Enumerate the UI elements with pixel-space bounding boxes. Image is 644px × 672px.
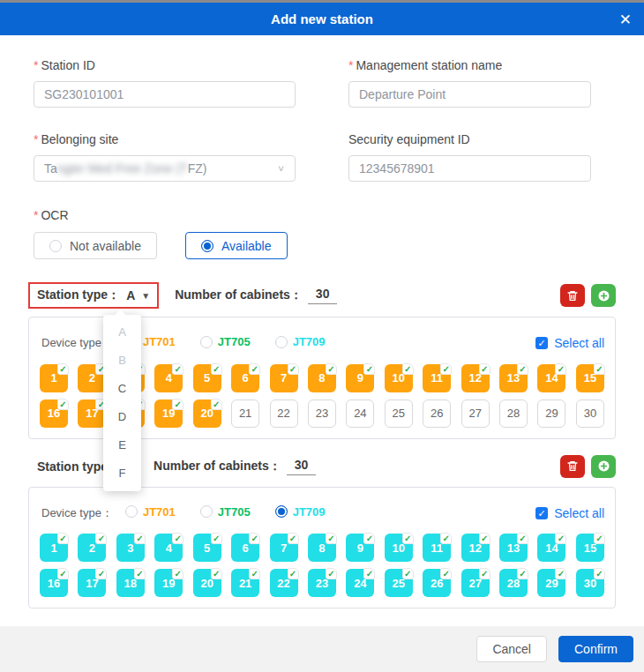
dropdown-option[interactable]: E — [103, 431, 141, 459]
cabinet-button[interactable]: 19✓ — [154, 569, 183, 597]
cabinet-button[interactable]: 4✓ — [154, 364, 183, 392]
cabinet-button[interactable]: 27 — [461, 399, 490, 428]
confirm-button[interactable]: Confirm — [558, 636, 633, 662]
cabinet-button[interactable]: 17✓ — [78, 569, 106, 597]
cabinet-button[interactable]: 25 — [385, 399, 413, 428]
cabinet-button[interactable]: 6✓ — [231, 364, 259, 392]
cabinet-button[interactable]: 15✓ — [576, 364, 604, 392]
cabinet-button[interactable]: 29✓ — [537, 569, 565, 597]
cabinet-button[interactable]: 4✓ — [154, 534, 183, 562]
cabinet-button[interactable]: 10✓ — [385, 534, 413, 562]
cabinet-button[interactable]: 23 — [308, 399, 336, 428]
cabinet-button[interactable]: 28 — [499, 399, 528, 428]
cabinet-button[interactable]: 5✓ — [193, 534, 221, 562]
cabinet-button[interactable]: 1✓ — [40, 534, 68, 562]
cabinet-button[interactable]: 21 — [231, 399, 259, 428]
cabinet-button[interactable]: 8✓ — [308, 364, 336, 392]
dropdown-option[interactable]: F — [103, 459, 141, 488]
dropdown-option[interactable]: D — [103, 403, 141, 431]
cabinet-button[interactable]: 14✓ — [537, 534, 565, 562]
station-type-dropdown-trigger[interactable]: Station type：A▼ — [28, 282, 159, 309]
cabinet-button[interactable]: 28✓ — [499, 569, 528, 597]
form-fields: *Station ID SG230101001 *Management stat… — [34, 58, 610, 206]
cabinet-button[interactable]: 11✓ — [423, 534, 451, 562]
cabinet-button[interactable]: 1✓ — [40, 364, 68, 392]
select-all-checkbox[interactable]: ✓ Select all — [535, 336, 604, 350]
cabinet-button[interactable]: 3✓ — [116, 534, 145, 562]
cabinet-button[interactable]: 30✓ — [576, 569, 604, 597]
management-station-name-input[interactable]: Departure Point — [348, 81, 591, 108]
station-id-input[interactable]: SG230101001 — [34, 81, 296, 108]
radio-icon — [200, 336, 213, 348]
cabinet-button[interactable]: 13✓ — [499, 364, 528, 392]
device-type-option-label: JT705 — [218, 335, 251, 348]
cabinet-button[interactable]: 22 — [270, 399, 298, 428]
add-section-button[interactable] — [591, 284, 616, 307]
device-type-option[interactable]: JT709 — [275, 505, 326, 519]
cabinet-button[interactable]: 6✓ — [231, 534, 259, 562]
dropdown-option[interactable]: A — [103, 318, 141, 347]
selected-check-badge: ✓ — [95, 533, 107, 544]
device-type-option[interactable]: JT709 — [275, 335, 326, 348]
cabinet-button[interactable]: 14✓ — [537, 364, 565, 392]
cabinet-button[interactable]: 16✓ — [40, 399, 68, 428]
cabinet-button[interactable]: 13✓ — [499, 534, 528, 562]
cabinet-button[interactable]: 23✓ — [308, 569, 336, 597]
cabinet-button[interactable]: 18✓ — [116, 569, 145, 597]
ocr-option[interactable]: Not available — [34, 232, 157, 259]
cabinet-button[interactable]: 24✓ — [346, 569, 374, 597]
selected-check-badge: ✓ — [517, 533, 528, 544]
cabinet-button[interactable]: 29 — [537, 399, 565, 428]
cabinet-button[interactable]: 9✓ — [346, 534, 374, 562]
dropdown-option[interactable]: B — [103, 347, 141, 375]
cabinet-button[interactable]: 7✓ — [270, 534, 298, 562]
select-all-checkbox[interactable]: ✓ Select all — [535, 506, 604, 520]
selected-check-badge: ✓ — [326, 568, 337, 579]
cabinet-button[interactable]: 21✓ — [231, 569, 259, 597]
cabinet-button[interactable]: 2✓ — [78, 364, 106, 392]
device-type-option[interactable]: JT701 — [125, 505, 176, 519]
cabinet-button[interactable]: 26✓ — [423, 569, 451, 597]
cabinet-button[interactable]: 20✓ — [193, 569, 221, 597]
cabinet-button[interactable]: 25✓ — [385, 569, 413, 597]
cabinet-count-value[interactable]: 30 — [287, 458, 317, 475]
cabinet-button[interactable]: 27✓ — [461, 569, 490, 597]
cabinet-button[interactable]: 12✓ — [461, 534, 490, 562]
dropdown-option[interactable]: C — [103, 375, 141, 403]
cabinet-button[interactable]: 22✓ — [270, 569, 298, 597]
selected-check-badge: ✓ — [134, 568, 146, 579]
cabinet-button[interactable]: 26 — [423, 399, 451, 428]
cabinet-button[interactable]: 8✓ — [308, 534, 336, 562]
cancel-button[interactable]: Cancel — [476, 636, 547, 662]
cabinet-button[interactable]: 2✓ — [78, 534, 106, 562]
cabinet-button[interactable]: 9✓ — [346, 364, 374, 392]
cabinet-button[interactable]: 20✓ — [193, 399, 221, 428]
cabinet-button[interactable]: 30 — [576, 399, 604, 428]
device-type-option[interactable]: JT705 — [200, 505, 251, 519]
cabinet-button[interactable]: 12✓ — [461, 364, 490, 392]
delete-section-button[interactable] — [560, 455, 585, 478]
close-icon[interactable]: ✕ — [619, 11, 632, 26]
cabinet-count-value[interactable]: 30 — [308, 287, 338, 304]
cabinet-button[interactable]: 5✓ — [193, 364, 221, 392]
device-type-option[interactable]: JT705 — [200, 335, 251, 348]
select-all-label: Select all — [554, 506, 604, 520]
delete-section-button[interactable] — [560, 284, 585, 307]
ocr-option[interactable]: Available — [185, 232, 288, 259]
cabinet-button[interactable]: 7✓ — [270, 364, 298, 392]
cabinet-button[interactable]: 11✓ — [423, 364, 451, 392]
radio-icon — [49, 240, 62, 252]
cabinet-button[interactable]: 16✓ — [40, 569, 68, 597]
cabinet-button[interactable]: 17✓ — [78, 399, 106, 428]
device-type-options: JT701JT705JT709 — [125, 335, 350, 352]
add-section-button[interactable] — [591, 455, 616, 478]
cabinet-button[interactable]: 19✓ — [154, 399, 183, 428]
cabinet-button[interactable]: 15✓ — [576, 534, 604, 562]
security-equipment-id-input[interactable]: 12345678901 — [348, 155, 591, 182]
chevron-down-icon: ∨ — [277, 163, 285, 173]
selected-check-badge: ✓ — [402, 533, 414, 544]
cabinet-button[interactable]: 24 — [346, 399, 374, 428]
belonging-site-select[interactable]: Tangier Med Free Zone (TFZ) ∨ — [34, 155, 296, 182]
device-type-option-label: JT705 — [218, 505, 251, 519]
cabinet-button[interactable]: 10✓ — [385, 364, 413, 392]
